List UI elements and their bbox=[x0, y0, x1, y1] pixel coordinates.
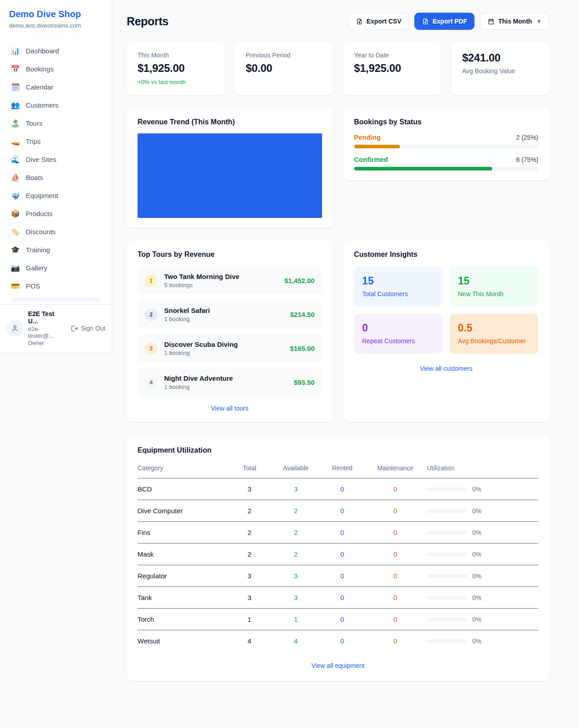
sidebar-item-equipment[interactable]: 🤿 Equipment bbox=[5, 187, 106, 204]
cell-total: 2 bbox=[228, 500, 271, 522]
column-header-rented: Rented bbox=[321, 461, 364, 478]
cell-category: Tank bbox=[138, 587, 228, 609]
cell-maintenance: 0 bbox=[364, 587, 427, 609]
utilization-bar bbox=[427, 574, 467, 578]
column-header-utilization: Utilization bbox=[427, 461, 538, 478]
tag-icon: 🏷️ bbox=[11, 227, 20, 236]
sidebar-item-training[interactable]: 🎓 Training bbox=[5, 241, 106, 259]
stat-card-year-to-date: Year to Date $1,925.00 bbox=[343, 42, 441, 95]
export-pdf-label: Export PDF bbox=[432, 18, 467, 25]
sidebar-item-products[interactable]: 📦 Products bbox=[5, 205, 106, 222]
cell-maintenance: 0 bbox=[364, 609, 427, 630]
sign-out-icon bbox=[70, 325, 78, 332]
tour-name: Night Dive Adventure bbox=[164, 374, 233, 382]
cell-utilization: 0% bbox=[427, 587, 538, 609]
tour-row: 4 Night Dive Adventure 1 booking $93.50 bbox=[138, 369, 322, 396]
sidebar-item-calendar[interactable]: 🗓️ Calendar bbox=[5, 78, 106, 96]
tours-island-icon: 🏝️ bbox=[11, 119, 20, 128]
stat-value: $0.00 bbox=[246, 62, 322, 75]
insight-value: 15 bbox=[362, 275, 435, 287]
view-all-tours-link[interactable]: View all tours bbox=[211, 405, 248, 412]
customers-icon: 👥 bbox=[11, 101, 20, 109]
cell-available: 3 bbox=[271, 587, 321, 609]
sidebar-item-trips[interactable]: 🚤 Trips bbox=[5, 132, 106, 150]
utilization-bar bbox=[427, 639, 467, 643]
sign-out-label: Sign Out bbox=[81, 325, 105, 332]
sidebar-item-label: Bookings bbox=[26, 65, 54, 73]
utilization-bar bbox=[427, 553, 467, 556]
cell-total: 1 bbox=[228, 609, 271, 630]
table-row: Tank 3 3 0 0 0% bbox=[138, 587, 538, 609]
sign-out-button[interactable]: Sign Out bbox=[70, 325, 105, 332]
cell-utilization: 0% bbox=[427, 565, 538, 587]
cell-rented: 0 bbox=[321, 630, 364, 652]
cell-total: 3 bbox=[228, 478, 271, 500]
cell-rented: 0 bbox=[321, 500, 364, 522]
wave-icon: 🌊 bbox=[11, 155, 20, 164]
table-row: Mask 2 2 0 0 0% bbox=[138, 544, 538, 565]
chevron-down-icon: ▼ bbox=[536, 19, 541, 24]
cell-maintenance: 0 bbox=[364, 500, 427, 522]
stat-value: $1,925.00 bbox=[354, 62, 430, 75]
sidebar-item-bookings[interactable]: 📅 Bookings bbox=[5, 60, 106, 78]
view-all-equipment-link[interactable]: View all equipment bbox=[311, 662, 364, 669]
graduation-cap-icon: 🎓 bbox=[11, 246, 20, 254]
tour-name: Discover Scuba Diving bbox=[164, 340, 238, 348]
sailboat-icon: ⛵ bbox=[11, 173, 20, 182]
cell-available: 1 bbox=[271, 609, 321, 630]
cell-maintenance: 0 bbox=[364, 565, 427, 587]
sidebar-item-gallery[interactable]: 📷 Gallery bbox=[5, 259, 106, 277]
stat-card-previous-period: Previous Period $0.00 bbox=[235, 42, 332, 95]
rank-badge: 2 bbox=[145, 308, 157, 321]
user-email: e2e-tester@... bbox=[28, 326, 66, 339]
period-dropdown[interactable]: This Month ▼ bbox=[480, 13, 549, 30]
sidebar-item-pos[interactable]: 💳 POS bbox=[5, 277, 106, 295]
package-icon: 📦 bbox=[11, 209, 20, 218]
rank-badge: 1 bbox=[145, 274, 157, 287]
utilization-bar bbox=[427, 618, 467, 621]
tour-name: Two Tank Morning Dive bbox=[164, 273, 239, 280]
equipment-utilization-card: Equipment Utilization Category Total Ava… bbox=[127, 436, 549, 681]
stat-label: This Month bbox=[138, 52, 214, 59]
cell-maintenance: 0 bbox=[364, 522, 427, 544]
user-avatar-icon bbox=[11, 324, 19, 332]
insight-value: 15 bbox=[458, 275, 530, 287]
sidebar-item-boats[interactable]: ⛵ Boats bbox=[5, 169, 106, 186]
sidebar-item-label: Training bbox=[26, 246, 50, 254]
export-csv-button[interactable]: Export CSV bbox=[348, 13, 409, 30]
export-pdf-button[interactable]: Export PDF bbox=[414, 13, 475, 30]
diving-mask-icon: 🤿 bbox=[11, 191, 20, 200]
tour-row: 2 Snorkel Safari 1 booking $214.50 bbox=[138, 301, 322, 328]
insight-value: 0 bbox=[362, 322, 435, 334]
insight-label: New This Month bbox=[458, 290, 530, 298]
sidebar-item-label: Trips bbox=[26, 137, 41, 145]
cell-category: Wetsuit bbox=[138, 630, 228, 652]
sidebar-nav: 📊 Dashboard 📅 Bookings 🗓️ Calendar 👥 Cus… bbox=[0, 37, 112, 302]
view-all-customers-link[interactable]: View all customers bbox=[420, 365, 472, 372]
cell-category: Torch bbox=[138, 609, 228, 630]
cell-total: 4 bbox=[228, 630, 271, 652]
rank-badge: 3 bbox=[145, 342, 157, 355]
tour-revenue: $165.00 bbox=[290, 345, 314, 352]
stat-card-avg-booking: $241.00 Avg Booking Value bbox=[451, 42, 549, 95]
utilization-bar bbox=[427, 531, 467, 534]
stat-card-this-month: This Month $1,925.00 +0% vs last month bbox=[127, 42, 224, 95]
customer-insights-card: Customer Insights 15 Total Customers 15 … bbox=[343, 241, 550, 422]
cell-rented: 0 bbox=[321, 478, 364, 500]
sidebar-item-dive-sites[interactable]: 🌊 Dive Sites bbox=[5, 151, 106, 168]
sidebar-item-customers[interactable]: 👥 Customers bbox=[5, 96, 106, 114]
equipment-utilization-title: Equipment Utilization bbox=[138, 446, 538, 454]
cell-maintenance: 0 bbox=[364, 478, 427, 500]
revenue-trend-title: Revenue Trend (This Month) bbox=[138, 118, 322, 126]
cell-category: Mask bbox=[138, 544, 228, 565]
sidebar-item-discounts[interactable]: 🏷️ Discounts bbox=[5, 223, 106, 241]
tour-bookings: 1 booking bbox=[164, 316, 210, 322]
status-label: Confirmed bbox=[354, 156, 388, 163]
sidebar-item-reports-partial[interactable] bbox=[11, 297, 101, 302]
cell-utilization: 0% bbox=[427, 544, 538, 565]
insight-tile-new-this-month: 15 New This Month bbox=[450, 267, 538, 307]
cell-rented: 0 bbox=[321, 522, 364, 544]
sidebar-item-dashboard[interactable]: 📊 Dashboard bbox=[5, 42, 106, 60]
bookings-by-status-title: Bookings by Status bbox=[354, 118, 539, 126]
sidebar-item-tours[interactable]: 🏝️ Tours bbox=[5, 114, 106, 132]
